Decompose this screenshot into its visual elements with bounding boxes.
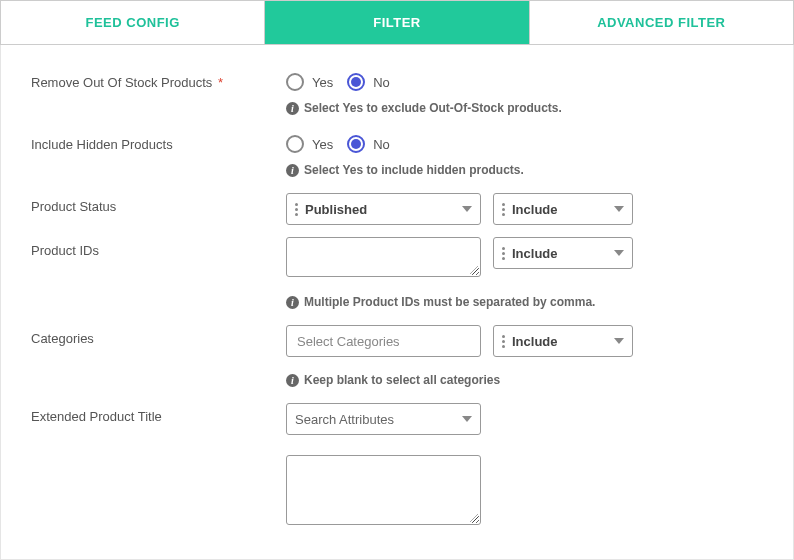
tabs: FEED CONFIG FILTER ADVANCED FILTER bbox=[0, 0, 794, 45]
chevron-down-icon bbox=[462, 206, 472, 212]
include-hidden-no-label: No bbox=[373, 137, 390, 152]
remove-oos-yes-label: Yes bbox=[312, 75, 333, 90]
info-icon: i bbox=[286, 374, 299, 387]
categories-hint: i Keep blank to select all categories bbox=[286, 373, 763, 387]
drag-handle-icon bbox=[502, 247, 505, 260]
categories-input[interactable]: Select Categories bbox=[286, 325, 481, 357]
label-product-ids: Product IDs bbox=[31, 237, 286, 258]
extended-title-input[interactable] bbox=[286, 455, 481, 525]
info-icon: i bbox=[286, 296, 299, 309]
drag-handle-icon bbox=[502, 203, 505, 216]
tab-filter[interactable]: FILTER bbox=[265, 1, 529, 44]
info-icon: i bbox=[286, 164, 299, 177]
tab-feed-config[interactable]: FEED CONFIG bbox=[1, 1, 265, 44]
select-value: Include bbox=[512, 202, 614, 217]
tab-advanced-filter[interactable]: ADVANCED FILTER bbox=[530, 1, 793, 44]
include-hidden-yes-label: Yes bbox=[312, 137, 333, 152]
hint-text: Select Yes to include hidden products. bbox=[304, 163, 524, 177]
row-extended-title: Extended Product Title Search Attributes bbox=[31, 403, 763, 525]
select-value: Include bbox=[512, 246, 614, 261]
select-value: Include bbox=[512, 334, 614, 349]
remove-oos-yes-radio[interactable] bbox=[286, 73, 304, 91]
label-categories: Categories bbox=[31, 325, 286, 346]
row-include-hidden: Include Hidden Products Yes No i Select … bbox=[31, 131, 763, 187]
hint-text: Multiple Product IDs must be separated b… bbox=[304, 295, 595, 309]
required-asterisk: * bbox=[218, 75, 223, 90]
placeholder-text: Select Categories bbox=[297, 334, 400, 349]
product-status-select[interactable]: Published bbox=[286, 193, 481, 225]
chevron-down-icon bbox=[614, 338, 624, 344]
info-icon: i bbox=[286, 102, 299, 115]
hint-text: Keep blank to select all categories bbox=[304, 373, 500, 387]
include-hidden-no-radio[interactable] bbox=[347, 135, 365, 153]
label-extended-title: Extended Product Title bbox=[31, 403, 286, 424]
chevron-down-icon bbox=[614, 250, 624, 256]
row-product-ids: Product IDs Include i Multiple Product I… bbox=[31, 237, 763, 319]
select-value: Search Attributes bbox=[295, 412, 462, 427]
row-remove-oos: Remove Out Of Stock Products * Yes No i … bbox=[31, 69, 763, 125]
label-text: Remove Out Of Stock Products bbox=[31, 75, 212, 90]
label-include-hidden: Include Hidden Products bbox=[31, 131, 286, 152]
select-value: Published bbox=[305, 202, 462, 217]
label-remove-oos: Remove Out Of Stock Products * bbox=[31, 69, 286, 90]
extended-title-attributes-select[interactable]: Search Attributes bbox=[286, 403, 481, 435]
drag-handle-icon bbox=[502, 335, 505, 348]
remove-oos-hint: i Select Yes to exclude Out-Of-Stock pro… bbox=[286, 101, 763, 115]
include-hidden-yes-radio[interactable] bbox=[286, 135, 304, 153]
remove-oos-no-label: No bbox=[373, 75, 390, 90]
label-product-status: Product Status bbox=[31, 193, 286, 214]
chevron-down-icon bbox=[462, 416, 472, 422]
remove-oos-no-radio[interactable] bbox=[347, 73, 365, 91]
drag-handle-icon bbox=[295, 203, 298, 216]
product-ids-mode-select[interactable]: Include bbox=[493, 237, 633, 269]
chevron-down-icon bbox=[614, 206, 624, 212]
remove-oos-radio-group: Yes No bbox=[286, 69, 763, 95]
row-categories: Categories Select Categories Include i K… bbox=[31, 325, 763, 397]
categories-mode-select[interactable]: Include bbox=[493, 325, 633, 357]
hint-text: Select Yes to exclude Out-Of-Stock produ… bbox=[304, 101, 562, 115]
product-status-mode-select[interactable]: Include bbox=[493, 193, 633, 225]
product-ids-input[interactable] bbox=[286, 237, 481, 277]
include-hidden-hint: i Select Yes to include hidden products. bbox=[286, 163, 763, 177]
product-ids-hint: i Multiple Product IDs must be separated… bbox=[286, 295, 763, 309]
include-hidden-radio-group: Yes No bbox=[286, 131, 763, 157]
filter-form: Remove Out Of Stock Products * Yes No i … bbox=[0, 45, 794, 560]
row-product-status: Product Status Published Include bbox=[31, 193, 763, 225]
